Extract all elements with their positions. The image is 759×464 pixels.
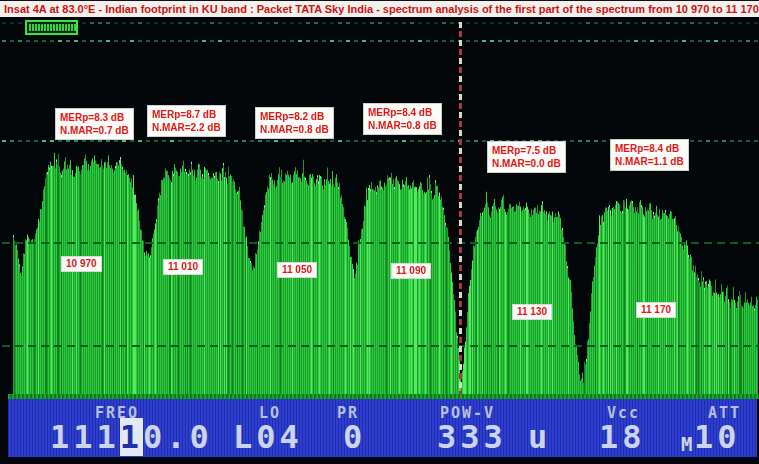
mer-annotation: MERp=8.2 dBN.MAR=0.8 dB [255,107,334,139]
freq-digit[interactable]: 1 [50,418,73,456]
powv-value[interactable]: 333 [437,421,507,453]
lo-value[interactable]: L04 [233,421,303,453]
freq-digit[interactable]: 0 [190,418,213,456]
lcd-panel: FREQ LO PR POW-V Vcc ATT 11110.0 L04 0 3… [8,399,757,457]
status-bar: FREQ LO PR POW-V Vcc ATT 11110.0 L04 0 3… [0,394,759,464]
frequency-label: 10 970 [61,256,102,272]
frequency-label: 11 130 [512,304,552,320]
freq-digit[interactable]: 1 [97,418,120,456]
mer-annotation: MERp=8.7 dBN.MAR=2.2 dB [147,105,226,137]
powv-unit: u [528,421,551,453]
vcc-value[interactable]: 18 [599,421,646,453]
mer-annotation: MERp=8.4 dBN.MAR=1.1 dB [610,139,689,171]
satellite-meter-screen: Insat 4A at 83.0°E - Indian footprint in… [0,0,759,464]
freq-digit[interactable]: 0 [143,418,166,456]
spectrum-trace-canvas [0,17,759,394]
att-value[interactable]: 10 [694,421,741,453]
status-bar-bottom-edge [0,457,759,464]
freq-digit[interactable]: 1 [73,418,96,456]
title-bar: Insat 4A at 83.0°E - Indian footprint in… [0,0,759,17]
pr-value[interactable]: 0 [343,421,366,453]
mer-annotation: MERp=7.5 dBN.MAR=0.0 dB [487,141,566,173]
freq-digit-cursor[interactable]: 1 [120,418,143,456]
spectrum-display: MERp=8.3 dBN.MAR=0.7 dBMERp=8.7 dBN.MAR=… [0,17,759,394]
att-mode-prefix: M [681,433,692,455]
frequency-label: 11 050 [277,262,317,278]
frequency-label: 11 090 [391,263,431,279]
freq-value[interactable]: 11110.0 [50,421,213,453]
freq-digit[interactable]: . [166,418,189,456]
mer-annotation: MERp=8.3 dBN.MAR=0.7 dB [55,108,134,140]
frequency-label: 11 170 [636,302,676,318]
frequency-label: 11 010 [163,259,203,275]
mer-annotation: MERp=8.4 dBN.MAR=0.8 dB [363,103,442,135]
